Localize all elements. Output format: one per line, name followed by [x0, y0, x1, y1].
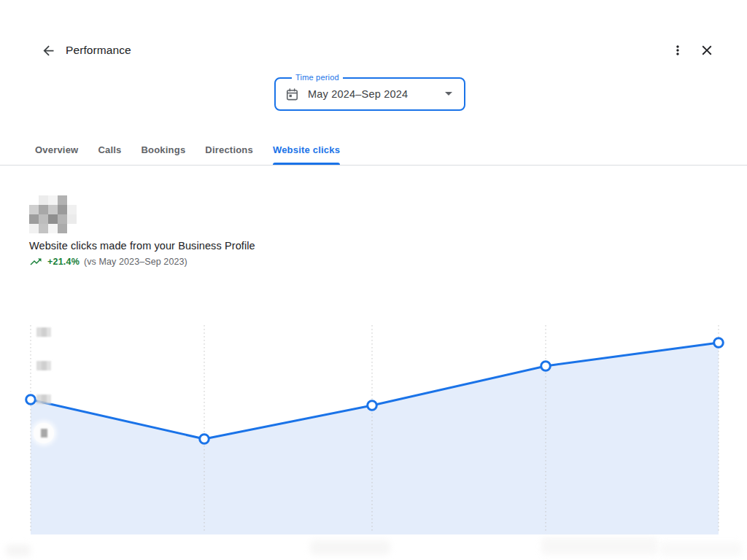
redacted-x-axis-label [541, 537, 658, 555]
redacted-x-axis-label [660, 542, 742, 556]
redacted-chart-label-bubble [34, 423, 54, 443]
redacted-y-axis-tick [36, 361, 51, 370]
redacted-x-axis-label [6, 545, 31, 556]
chart-canvas[interactable] [0, 0, 747, 560]
chart-point[interactable] [26, 395, 36, 405]
chart-point[interactable] [368, 401, 377, 411]
redacted-y-axis-tick [36, 327, 51, 337]
redacted-y-axis-tick [36, 394, 51, 404]
chart-point[interactable] [714, 338, 724, 348]
chart-point[interactable] [541, 362, 551, 371]
redacted-x-axis-label [310, 540, 390, 555]
chart-area-fill [31, 343, 719, 534]
chart-point[interactable] [200, 435, 209, 444]
